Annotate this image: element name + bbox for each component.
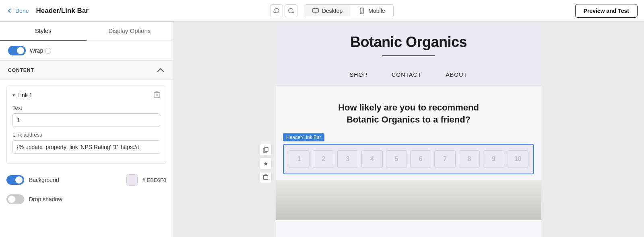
- link-address-label: Link address: [12, 132, 160, 138]
- drop-shadow-label: Drop shadow: [29, 196, 62, 202]
- background-color-swatch[interactable]: [126, 174, 138, 186]
- link-address-field-group: Link address: [12, 132, 160, 154]
- header-link-bar-floating-label: Header/Link Bar: [283, 133, 324, 141]
- background-color-hex: # EBE6F0: [142, 177, 166, 183]
- nps-button-1[interactable]: 1: [289, 150, 310, 168]
- header-link-bar-wrapper: Header/Link Bar 12345678910: [283, 144, 534, 174]
- background-toggle[interactable]: [6, 175, 24, 185]
- nps-button-10[interactable]: 10: [508, 150, 528, 168]
- drop-shadow-row: Drop shadow: [6, 194, 166, 204]
- nps-button-3[interactable]: 3: [337, 150, 358, 168]
- wrap-toggle[interactable]: [8, 46, 26, 55]
- text-field-label: Text: [12, 105, 160, 111]
- svg-rect-10: [264, 147, 268, 151]
- page-title: Header/Link Bar: [36, 7, 88, 15]
- link-address-input[interactable]: [12, 140, 160, 154]
- redo-button[interactable]: [285, 4, 297, 17]
- svg-rect-0: [313, 8, 318, 12]
- undo-redo-group: [270, 4, 297, 17]
- nps-button-5[interactable]: 5: [386, 150, 407, 168]
- preview-and-test-button[interactable]: Preview and Test: [575, 4, 638, 18]
- wrap-info-icon[interactable]: i: [45, 48, 51, 54]
- tab-styles[interactable]: Styles: [0, 22, 87, 41]
- bottom-image-preview: [276, 180, 541, 220]
- tab-display-options[interactable]: Display Options: [87, 22, 173, 41]
- undo-button[interactable]: [270, 4, 283, 17]
- top-bar: Done Header/Link Bar Desktop Mobile Prev…: [0, 0, 644, 22]
- svg-rect-11: [264, 176, 268, 180]
- text-field-group: Text: [12, 105, 160, 127]
- nps-button-4[interactable]: 4: [361, 150, 382, 168]
- content-section-header: CONTENT: [0, 61, 173, 80]
- left-panel-tabs: Styles Display Options: [0, 22, 173, 41]
- svg-rect-5: [154, 92, 160, 98]
- text-input[interactable]: [12, 113, 160, 127]
- site-header: Botanic Organics: [276, 22, 541, 64]
- wrap-label: Wrap i: [30, 47, 51, 54]
- preview-area: Botanic Organics SHOP CONTACT ABOUT How …: [173, 22, 644, 237]
- view-toggle: Desktop Mobile: [304, 4, 394, 17]
- back-button[interactable]: Done: [6, 8, 29, 14]
- site-title: Botanic Organics: [284, 34, 533, 51]
- main-layout: Styles Display Options Wrap i CONTENT: [0, 22, 644, 237]
- link-1-item: ▾ Link 1 Text Link address: [6, 86, 166, 164]
- content-section-title: CONTENT: [8, 67, 34, 73]
- nav-item-shop[interactable]: SHOP: [350, 72, 367, 78]
- nps-button-9[interactable]: 9: [483, 150, 504, 168]
- nps-button-6[interactable]: 6: [410, 150, 431, 168]
- mobile-view-button[interactable]: Mobile: [351, 5, 393, 17]
- desktop-view-button[interactable]: Desktop: [304, 5, 351, 17]
- float-actions: ★: [260, 144, 272, 183]
- site-divider: [382, 55, 435, 56]
- nps-button-7[interactable]: 7: [434, 150, 455, 168]
- copy-action-icon[interactable]: [260, 144, 272, 156]
- left-panel: Styles Display Options Wrap i CONTENT: [0, 22, 173, 237]
- background-row: Background # EBE6F0: [6, 174, 166, 186]
- link-1-header: ▾ Link 1: [12, 91, 160, 99]
- wrap-section: Wrap i: [0, 41, 173, 61]
- preview-container: Botanic Organics SHOP CONTACT ABOUT How …: [276, 22, 541, 237]
- nps-button-8[interactable]: 8: [459, 150, 480, 168]
- link-1-label: ▾ Link 1: [12, 92, 32, 98]
- delete-action-icon[interactable]: [260, 171, 272, 183]
- link-1-delete-button[interactable]: [154, 91, 160, 99]
- background-label: Background: [29, 177, 59, 183]
- nav-item-about[interactable]: ABOUT: [446, 72, 467, 78]
- nps-bar: 12345678910: [283, 144, 534, 174]
- drop-shadow-toggle[interactable]: [6, 194, 24, 204]
- nav-bar: SHOP CONTACT ABOUT: [276, 64, 541, 86]
- star-action-icon[interactable]: ★: [260, 157, 272, 170]
- svg-point-4: [362, 12, 362, 13]
- content-collapse-button[interactable]: [157, 66, 165, 74]
- nps-button-2[interactable]: 2: [313, 150, 334, 168]
- header-link-bar-section: ★ Header/Link Bar 12345678910: [276, 144, 541, 180]
- link-chevron-icon: ▾: [12, 92, 15, 98]
- body-question: How likely are you to recommend Botanic …: [328, 102, 489, 127]
- nav-item-contact[interactable]: CONTACT: [392, 72, 421, 78]
